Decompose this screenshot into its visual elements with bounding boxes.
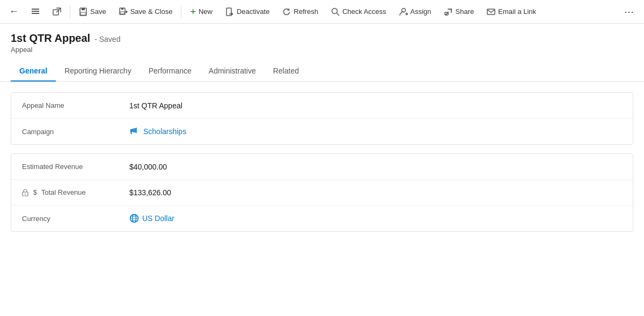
tab-administrative[interactable]: Administrative: [200, 61, 265, 82]
campaign-icon: [129, 127, 140, 136]
save-icon: [79, 8, 87, 16]
svg-rect-1: [32, 11, 39, 12]
field-row-estimated-revenue: Estimated Revenue $40,000.00: [11, 154, 633, 180]
check-access-icon: [331, 8, 340, 16]
estimated-revenue-value: $40,000.00: [129, 163, 167, 171]
currency-value[interactable]: US Dollar: [129, 214, 174, 223]
refresh-icon: [282, 8, 291, 16]
toolbar-separator-2: [181, 5, 181, 18]
svg-point-17: [25, 193, 26, 194]
campaign-label: Campaign: [22, 128, 129, 136]
share-button[interactable]: Share: [439, 4, 480, 19]
svg-rect-15: [130, 129, 131, 131]
appeal-name-label: Appeal Name: [22, 101, 129, 109]
field-row-total-revenue: $ Total Revenue $133,626.00: [11, 180, 633, 205]
page-saved-status: - Saved: [94, 35, 120, 43]
svg-point-11: [332, 8, 337, 13]
deactivate-button[interactable]: Deactivate: [220, 4, 275, 19]
record-icon-button[interactable]: [26, 2, 45, 21]
refresh-button[interactable]: Refresh: [277, 4, 324, 19]
total-revenue-value: $133,626.00: [129, 188, 171, 197]
new-button[interactable]: + New: [185, 4, 218, 20]
field-row-currency: Currency US Dollar: [11, 205, 633, 231]
globe-icon: [129, 214, 139, 223]
svg-rect-2: [32, 13, 39, 14]
section-card-1: Appeal Name 1st QTR Appeal Campaign Scho…: [11, 92, 633, 145]
email-link-button[interactable]: Email a Link: [481, 4, 541, 19]
svg-rect-8: [121, 8, 123, 10]
tab-performance[interactable]: Performance: [140, 61, 200, 82]
toolbar-separator-1: [70, 5, 70, 18]
content-area: Appeal Name 1st QTR Appeal Campaign Scho…: [0, 82, 644, 242]
save-close-button[interactable]: Save & Close: [114, 4, 178, 19]
assign-button[interactable]: Assign: [394, 4, 437, 19]
estimated-revenue-label: Estimated Revenue: [22, 163, 129, 171]
currency-label: Currency: [22, 215, 129, 223]
assign-icon: [399, 8, 408, 16]
open-new-window-button[interactable]: [47, 2, 67, 21]
tab-general[interactable]: General: [11, 61, 56, 82]
toolbar: ← Save Save & Close: [0, 0, 644, 24]
svg-rect-6: [80, 12, 86, 15]
back-button[interactable]: ←: [4, 2, 24, 21]
field-row-appeal-name: Appeal Name 1st QTR Appeal: [11, 93, 633, 119]
check-access-button[interactable]: Check Access: [326, 4, 392, 19]
more-button[interactable]: ⋯: [619, 3, 640, 21]
total-revenue-label: $ Total Revenue: [22, 188, 129, 196]
svg-rect-9: [120, 12, 125, 14]
tab-related[interactable]: Related: [265, 61, 308, 82]
svg-rect-0: [32, 9, 39, 10]
tabs: General Reporting Hierarchy Performance …: [0, 61, 644, 82]
svg-rect-14: [487, 9, 495, 14]
lock-icon: [22, 189, 28, 196]
new-icon: +: [190, 7, 196, 17]
open-new-window-icon: [53, 8, 61, 16]
campaign-value[interactable]: Scholarships: [129, 127, 186, 136]
field-row-campaign: Campaign Scholarships: [11, 119, 633, 144]
page-title: 1st QTR Appeal: [11, 32, 90, 45]
email-link-icon: [487, 8, 495, 16]
page-header: 1st QTR Appeal - Saved Appeal: [0, 24, 644, 54]
save-button[interactable]: Save: [74, 4, 112, 19]
dollar-sign-label: $: [33, 189, 37, 196]
share-icon: [444, 8, 453, 16]
section-card-2: Estimated Revenue $40,000.00 $ Total Rev…: [11, 153, 633, 232]
tab-reporting-hierarchy[interactable]: Reporting Hierarchy: [56, 61, 140, 82]
save-close-icon: [119, 8, 128, 16]
svg-rect-10: [226, 8, 231, 16]
page-subtitle: Appeal: [11, 46, 633, 54]
appeal-name-value: 1st QTR Appeal: [129, 101, 182, 110]
deactivate-icon: [225, 8, 234, 16]
more-icon: ⋯: [624, 6, 634, 18]
svg-rect-5: [82, 8, 85, 10]
record-icon: [31, 8, 40, 16]
